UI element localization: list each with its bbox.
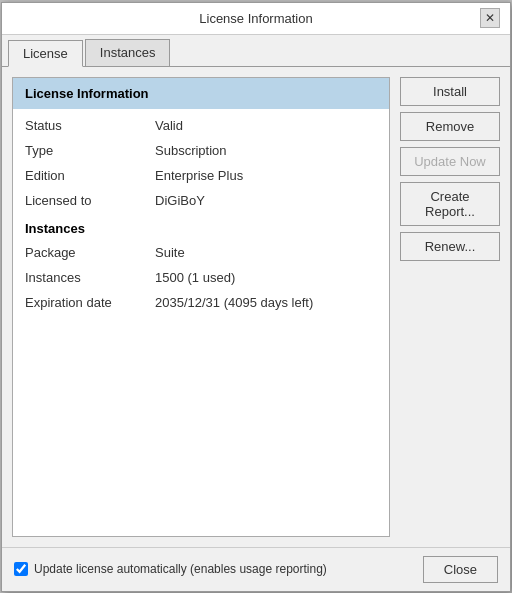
table-row: Instances 1500 (1 used) [13,265,389,290]
licensed-to-value: DiGiBoY [155,193,205,208]
table-row: Licensed to DiGiBoY [13,188,389,213]
auto-update-label: Update license automatically (enables us… [34,562,327,576]
renew-button[interactable]: Renew... [400,232,500,261]
tab-license[interactable]: License [8,40,83,67]
table-row: Type Subscription [13,138,389,163]
footer-left: Update license automatically (enables us… [14,562,327,576]
status-label: Status [25,118,155,133]
update-now-button[interactable]: Update Now [400,147,500,176]
instances-value: 1500 (1 used) [155,270,235,285]
type-value: Subscription [155,143,227,158]
info-panel: License Information Status Valid Type Su… [12,77,390,537]
content-area: License Information Status Valid Type Su… [2,67,510,547]
footer: Update license automatically (enables us… [2,547,510,591]
package-value: Suite [155,245,185,260]
table-row: Status Valid [13,113,389,138]
instances-section-header: Instances [13,213,389,240]
tab-bar: License Instances [2,35,510,67]
table-row: Edition Enterprise Plus [13,163,389,188]
create-report-button[interactable]: Create Report... [400,182,500,226]
edition-value: Enterprise Plus [155,168,243,183]
package-label: Package [25,245,155,260]
status-value: Valid [155,118,183,133]
expiration-value: 2035/12/31 (4095 days left) [155,295,313,310]
buttons-panel: Install Remove Update Now Create Report.… [400,77,500,537]
tab-instances[interactable]: Instances [85,39,171,66]
auto-update-checkbox[interactable] [14,562,28,576]
title-bar: License Information ✕ [2,3,510,35]
info-table: Status Valid Type Subscription Edition E… [13,109,389,319]
table-row: Package Suite [13,240,389,265]
expiration-label: Expiration date [25,295,155,310]
licensed-to-label: Licensed to [25,193,155,208]
instances-label: Instances [25,270,155,285]
edition-label: Edition [25,168,155,183]
dialog-close-button[interactable]: ✕ [480,8,500,28]
dialog-title: License Information [32,11,480,26]
license-dialog: License Information ✕ License Instances … [1,2,511,592]
type-label: Type [25,143,155,158]
remove-button[interactable]: Remove [400,112,500,141]
install-button[interactable]: Install [400,77,500,106]
table-row: Expiration date 2035/12/31 (4095 days le… [13,290,389,315]
info-section-header: License Information [13,78,389,109]
footer-close-button[interactable]: Close [423,556,498,583]
